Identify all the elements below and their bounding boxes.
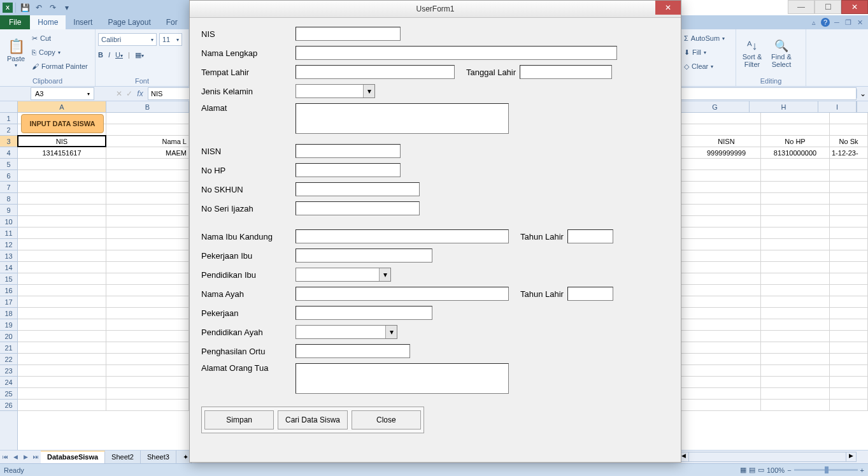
- mdi-minimize-icon[interactable]: ─: [832, 18, 841, 27]
- row-header[interactable]: 1: [0, 113, 17, 124]
- cell-g4[interactable]: 9999999999: [692, 147, 761, 159]
- textarea-alamat-ortu[interactable]: [295, 363, 509, 394]
- row-header[interactable]: 16: [0, 285, 17, 296]
- select-all-corner[interactable]: [0, 101, 18, 112]
- col-header-g[interactable]: G: [681, 101, 750, 112]
- row-header[interactable]: 21: [0, 342, 17, 354]
- close-form-button[interactable]: Close: [352, 410, 421, 429]
- input-nama-ibu[interactable]: [295, 229, 509, 243]
- row-header[interactable]: 8: [0, 193, 17, 205]
- input-nama-lengkap[interactable]: [295, 46, 617, 60]
- mdi-restore-icon[interactable]: ❐: [844, 18, 853, 27]
- input-data-siswa-button[interactable]: INPUT DATA SISWA: [21, 114, 104, 133]
- tab-formulas-partial[interactable]: For: [159, 15, 185, 29]
- sort-filter-button[interactable]: ᴬ↓ Sort & Filter: [739, 31, 765, 76]
- font-name-combo[interactable]: Calibri▾: [98, 33, 157, 46]
- tab-insert[interactable]: Insert: [66, 15, 100, 29]
- row-header[interactable]: 17: [0, 296, 17, 308]
- autosum-button[interactable]: ΣAutoSum▾: [684, 32, 733, 45]
- sheet-tab[interactable]: Sheet3: [141, 451, 176, 464]
- name-box[interactable]: A3▾: [31, 87, 94, 100]
- combo-jenis-kelamin[interactable]: ▾: [295, 84, 375, 98]
- view-pagebreak-icon[interactable]: ▭: [758, 466, 764, 474]
- app-close-button[interactable]: ✕: [841, 0, 868, 14]
- row-header[interactable]: 26: [0, 400, 17, 411]
- view-layout-icon[interactable]: ▤: [749, 466, 755, 474]
- fx-button[interactable]: fx: [132, 89, 148, 98]
- input-no-skhun[interactable]: [295, 182, 420, 196]
- cell-i4[interactable]: 1-12-23-: [830, 147, 868, 159]
- cell-g3[interactable]: NISN: [692, 136, 761, 147]
- format-painter-button[interactable]: 🖌Format Painter: [32, 60, 88, 73]
- zoom-slider[interactable]: [794, 469, 858, 471]
- qat-redo-icon[interactable]: ↷: [46, 1, 59, 14]
- help-icon[interactable]: ?: [821, 18, 830, 27]
- row-header[interactable]: 13: [0, 250, 17, 262]
- underline-button[interactable]: U▾: [115, 51, 123, 59]
- row-header[interactable]: 23: [0, 365, 17, 377]
- row-header[interactable]: 12: [0, 239, 17, 250]
- cell-b4[interactable]: MAEM: [106, 147, 189, 159]
- qat-save-icon[interactable]: 💾: [18, 1, 31, 14]
- input-tahun-lahir-ayah[interactable]: [567, 287, 613, 301]
- find-select-button[interactable]: 🔍 Find & Select: [768, 31, 795, 76]
- tab-home[interactable]: Home: [30, 15, 66, 29]
- cari-data-siswa-button[interactable]: Cari Data Siswa: [278, 410, 347, 429]
- row-header[interactable]: 4: [0, 147, 17, 159]
- simpan-button[interactable]: Simpan: [204, 410, 274, 429]
- qat-undo-icon[interactable]: ↶: [32, 1, 45, 14]
- fill-button[interactable]: ⬇Fill▾: [684, 46, 733, 59]
- input-nama-ayah[interactable]: [295, 287, 509, 301]
- col-header-i[interactable]: I: [818, 101, 857, 112]
- cell-a3[interactable]: NIS: [18, 136, 106, 147]
- zoom-in-icon[interactable]: +: [860, 466, 864, 474]
- copy-button[interactable]: ⎘Copy▾: [32, 46, 88, 59]
- minimize-ribbon-icon[interactable]: ▵: [809, 18, 818, 27]
- sheet-nav-last-icon[interactable]: ⏭: [31, 454, 41, 460]
- col-header-h[interactable]: H: [750, 101, 818, 112]
- row-header[interactable]: 11: [0, 227, 17, 239]
- cell-i3[interactable]: No Sk: [830, 136, 868, 147]
- userform-titlebar[interactable]: UserForm1 ✕: [190, 1, 681, 18]
- sheet-nav-next-icon[interactable]: ▶: [20, 454, 31, 460]
- row-header[interactable]: 24: [0, 377, 17, 388]
- input-tanggal-lahir[interactable]: [520, 65, 612, 79]
- input-nisn[interactable]: [295, 144, 401, 158]
- row-header[interactable]: 14: [0, 262, 17, 273]
- sheet-tab[interactable]: DatabaseSiswa: [41, 451, 105, 464]
- clear-button[interactable]: ◇Clear▾: [684, 60, 733, 73]
- row-header[interactable]: 5: [0, 159, 17, 170]
- combo-pendidikan-ayah[interactable]: ▾: [295, 325, 397, 339]
- input-no-seri-ijazah[interactable]: [295, 201, 420, 215]
- tab-file[interactable]: File: [0, 15, 30, 29]
- col-header-b[interactable]: B: [106, 101, 189, 112]
- sheet-tab[interactable]: Sheet2: [105, 451, 141, 464]
- italic-button[interactable]: I: [108, 51, 110, 59]
- sheet-nav-first-icon[interactable]: ⏮: [0, 454, 10, 460]
- app-maximize-button[interactable]: ☐: [815, 0, 841, 14]
- row-header[interactable]: 7: [0, 182, 17, 193]
- row-header[interactable]: 22: [0, 354, 17, 365]
- cell-h3[interactable]: No HP: [761, 136, 830, 147]
- app-minimize-button[interactable]: —: [788, 0, 815, 14]
- cell-b3[interactable]: Nama L: [106, 136, 189, 147]
- input-tahun-lahir-ibu[interactable]: [567, 229, 613, 243]
- combo-pendidikan-ibu[interactable]: ▾: [295, 268, 391, 282]
- zoom-out-icon[interactable]: −: [787, 466, 791, 474]
- bold-button[interactable]: B: [98, 51, 103, 59]
- zoom-level[interactable]: 100%: [767, 466, 785, 474]
- cell-a4[interactable]: 1314151617: [18, 147, 106, 159]
- input-nis[interactable]: [295, 27, 401, 41]
- row-header[interactable]: 20: [0, 331, 17, 342]
- row-header[interactable]: 18: [0, 308, 17, 319]
- col-header-a[interactable]: A: [18, 101, 106, 112]
- view-normal-icon[interactable]: ▦: [740, 466, 746, 474]
- cell-h4[interactable]: 81310000000: [761, 147, 830, 159]
- textarea-alamat[interactable]: [295, 103, 509, 134]
- vscroll-top[interactable]: [857, 101, 868, 112]
- qat-customize-icon[interactable]: ▾: [60, 1, 73, 14]
- input-tempat-lahir[interactable]: [295, 65, 455, 79]
- row-header[interactable]: 9: [0, 205, 17, 216]
- font-size-combo[interactable]: 11▾: [159, 33, 182, 46]
- row-header[interactable]: 15: [0, 273, 17, 285]
